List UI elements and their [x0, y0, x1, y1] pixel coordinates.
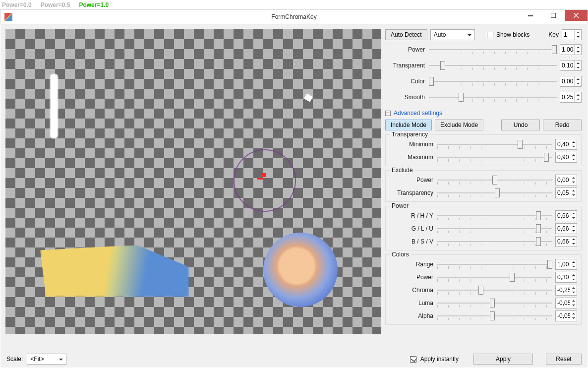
slider-label: B / S / V: [390, 238, 437, 245]
slider-track[interactable]: [437, 175, 552, 185]
slider-track[interactable]: [437, 139, 552, 150]
slider-label: Smooth: [385, 94, 429, 101]
transparent-slider-row: Transparent: [385, 59, 582, 72]
slider-thumb[interactable]: [459, 93, 464, 102]
transparency-min-row: Minimum: [390, 138, 577, 151]
auto-detect-mode-combo[interactable]: Auto: [430, 29, 475, 40]
slider-track[interactable]: [437, 272, 552, 283]
slider-thumb[interactable]: [518, 140, 523, 149]
slider-value-spin[interactable]: [560, 44, 582, 55]
reset-button[interactable]: Reset: [546, 354, 582, 365]
slider-track[interactable]: [437, 236, 552, 247]
slider-label: Alpha: [390, 312, 437, 319]
apply-instantly-checkbox[interactable]: [410, 356, 416, 363]
slider-label: G / L / U: [390, 225, 437, 232]
slider-thumb[interactable]: [429, 77, 434, 86]
redo-button[interactable]: Redo: [543, 120, 582, 130]
slider-track[interactable]: [429, 60, 557, 71]
preview-area[interactable]: [5, 29, 381, 351]
slider-value-spin[interactable]: [555, 152, 577, 163]
close-button[interactable]: [565, 10, 588, 21]
slider-value-spin[interactable]: [555, 272, 577, 283]
exclude-group-title: Exclude: [390, 167, 415, 174]
slider-track[interactable]: [437, 285, 552, 296]
colors-group-title: Colors: [390, 251, 411, 258]
apply-instantly-label: Apply instantly: [420, 356, 459, 363]
slider-thumb[interactable]: [510, 273, 515, 282]
slider-value-spin[interactable]: [560, 76, 582, 87]
slider-track[interactable]: [429, 44, 557, 55]
slider-label: R / H / Y: [390, 212, 437, 219]
settings-panel: Auto Detect Auto Show blocks Key Power T…: [385, 29, 583, 351]
slider-thumb[interactable]: [490, 299, 495, 307]
power-preset-1[interactable]: Power=1.0: [79, 1, 109, 8]
svg-rect-1: [551, 13, 556, 18]
slider-value-spin[interactable]: [555, 139, 577, 150]
slider-label: Color: [385, 78, 429, 85]
apply-button[interactable]: Apply: [473, 354, 533, 365]
colors-range-row: Range: [390, 258, 577, 271]
slider-value-spin[interactable]: [555, 210, 577, 221]
slider-track[interactable]: [429, 92, 557, 103]
slider-track[interactable]: [437, 259, 552, 270]
slider-thumb[interactable]: [552, 45, 557, 54]
transparency-max-row: Maximum: [390, 151, 577, 164]
power-group: Power R / H / Y G / L / U B / S / V: [385, 206, 582, 250]
slider-value-spin[interactable]: [560, 92, 582, 103]
slider-thumb[interactable]: [544, 153, 549, 162]
slider-track[interactable]: [429, 76, 557, 87]
slider-thumb[interactable]: [536, 224, 541, 233]
power-preset-0[interactable]: Power=0.0: [2, 1, 32, 8]
slider-label: Luma: [390, 300, 437, 307]
show-blocks-checkbox[interactable]: [487, 32, 493, 38]
slider-track[interactable]: [437, 152, 552, 163]
maximize-button[interactable]: [542, 10, 565, 21]
slider-track[interactable]: [437, 187, 552, 198]
slider-thumb[interactable]: [440, 61, 445, 70]
slider-thumb[interactable]: [536, 211, 541, 220]
power-group-title: Power: [390, 202, 411, 209]
slider-track[interactable]: [437, 223, 552, 234]
slider-value-spin[interactable]: [560, 60, 582, 71]
slider-label: Range: [390, 261, 437, 268]
power-slider-row: Power: [385, 43, 582, 56]
slider-value-spin[interactable]: [555, 298, 577, 308]
advanced-settings-link[interactable]: Advanced settings: [394, 110, 442, 117]
slider-track[interactable]: [437, 210, 552, 221]
key-spin[interactable]: [562, 29, 582, 40]
include-mode-button[interactable]: Include Mode: [385, 120, 432, 130]
slider-label: Maximum: [390, 154, 437, 161]
slider-label: Transparent: [385, 62, 429, 69]
slider-thumb[interactable]: [478, 286, 483, 295]
scale-combo[interactable]: <Fit>: [27, 354, 66, 365]
slider-thumb[interactable]: [495, 188, 500, 197]
auto-detect-button[interactable]: Auto Detect: [385, 29, 427, 40]
power-preset-05[interactable]: Power=0.5: [41, 1, 70, 8]
slider-thumb[interactable]: [547, 260, 552, 269]
slider-label: Minimum: [390, 141, 437, 148]
slider-track[interactable]: [437, 310, 552, 321]
slider-value-spin[interactable]: [555, 187, 577, 198]
slider-label: Power: [390, 274, 437, 281]
minimize-button[interactable]: [519, 10, 542, 21]
slider-value-spin[interactable]: [555, 236, 577, 247]
advanced-expander[interactable]: −: [385, 111, 391, 116]
slider-value-spin[interactable]: [555, 310, 577, 321]
slider-thumb[interactable]: [492, 176, 497, 184]
slider-label: Transparency: [390, 189, 437, 196]
scale-label: Scale:: [6, 356, 23, 363]
slider-thumb[interactable]: [490, 311, 495, 320]
selection-circle: [234, 149, 296, 212]
slider-thumb[interactable]: [536, 237, 541, 246]
slider-value-spin[interactable]: [555, 175, 577, 185]
slider-value-spin[interactable]: [555, 223, 577, 234]
app-icon: [4, 13, 12, 21]
slider-value-spin[interactable]: [555, 285, 577, 296]
slider-value-spin[interactable]: [555, 259, 577, 270]
preview-shape-white-stick: [50, 74, 58, 138]
power-glu-row: G / L / U: [390, 222, 577, 235]
undo-button[interactable]: Undo: [501, 120, 540, 130]
exclude-mode-button[interactable]: Exclude Mode: [435, 120, 483, 130]
slider-track[interactable]: [437, 298, 552, 308]
transparency-group: Transparency Minimum Maximum: [385, 134, 582, 166]
